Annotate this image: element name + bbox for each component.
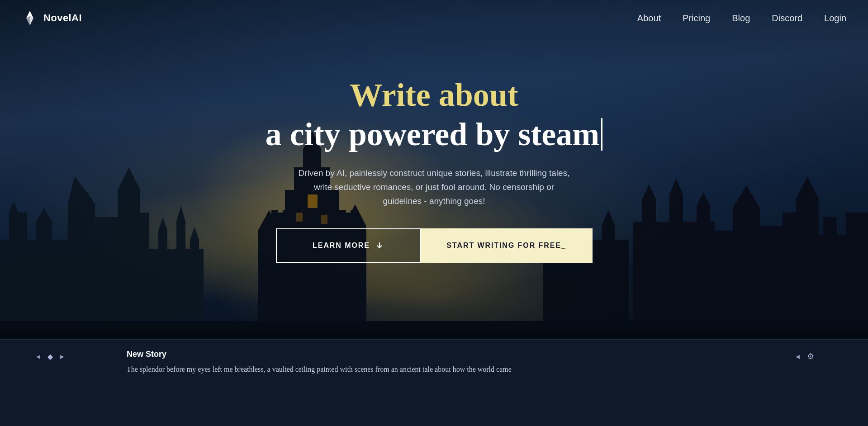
svg-rect-60 (823, 217, 837, 240)
nav-login[interactable]: Login (824, 13, 846, 23)
nav-links: About Pricing Blog Discord Login (637, 13, 846, 24)
svg-rect-19 (158, 231, 167, 253)
svg-rect-7 (36, 222, 52, 249)
bottom-nav-left: ◂ ◆ ▸ (36, 350, 100, 361)
svg-rect-47 (669, 194, 683, 226)
svg-rect-46 (642, 199, 656, 226)
svg-rect-69 (0, 330, 868, 339)
bottom-story-title: New Story (127, 350, 768, 359)
hero-title-line2: a city powered by steam (266, 116, 603, 153)
nav-pricing[interactable]: Pricing (683, 13, 710, 23)
bottom-nav-diamond-icon[interactable]: ◆ (47, 352, 53, 361)
start-writing-button[interactable]: START WRITING FOR FREE_ (421, 228, 593, 263)
svg-rect-48 (697, 206, 710, 228)
svg-rect-6 (9, 213, 27, 249)
brand-name: NovelAI (43, 12, 82, 24)
navbar: NovelAI About Pricing Blog Discord Login (0, 0, 868, 36)
hero-subtitle: Driven by AI, painlessly construct uniqu… (299, 166, 570, 208)
svg-rect-61 (846, 213, 868, 339)
bottom-nav-prev-icon[interactable]: ◂ (36, 351, 40, 361)
bottom-nav-next-icon[interactable]: ▸ (60, 351, 64, 361)
hero-content: Write about a city powered by steam Driv… (266, 76, 603, 263)
bottom-story-text: The splendor before my eyes left me brea… (127, 364, 768, 375)
bottom-nav-right: ◂ ⚙ (796, 350, 832, 361)
svg-rect-21 (190, 240, 199, 262)
svg-rect-20 (176, 222, 185, 253)
hero-buttons: LEARN MORE START WRITING FOR FREE_ (266, 228, 603, 263)
hero-title-line1: Write about (266, 76, 603, 114)
hero-section: Write about a city powered by steam Driv… (0, 0, 868, 339)
text-cursor (601, 118, 602, 151)
svg-rect-17 (136, 213, 149, 339)
nav-blog[interactable]: Blog (732, 13, 750, 23)
bottom-settings-icon[interactable]: ⚙ (807, 351, 814, 361)
brand-logo[interactable]: NovelAI (22, 10, 82, 26)
nav-about[interactable]: About (637, 13, 661, 23)
novelai-logo-icon (22, 10, 38, 26)
bottom-story-area: New Story The splendor before my eyes le… (100, 350, 796, 375)
arrow-down-icon (375, 241, 384, 250)
bottom-right-prev-icon[interactable]: ◂ (796, 351, 800, 361)
learn-more-button[interactable]: LEARN MORE (276, 228, 421, 263)
bottom-bar: ◂ ◆ ▸ New Story The splendor before my e… (0, 339, 868, 426)
nav-discord[interactable]: Discord (772, 13, 802, 23)
